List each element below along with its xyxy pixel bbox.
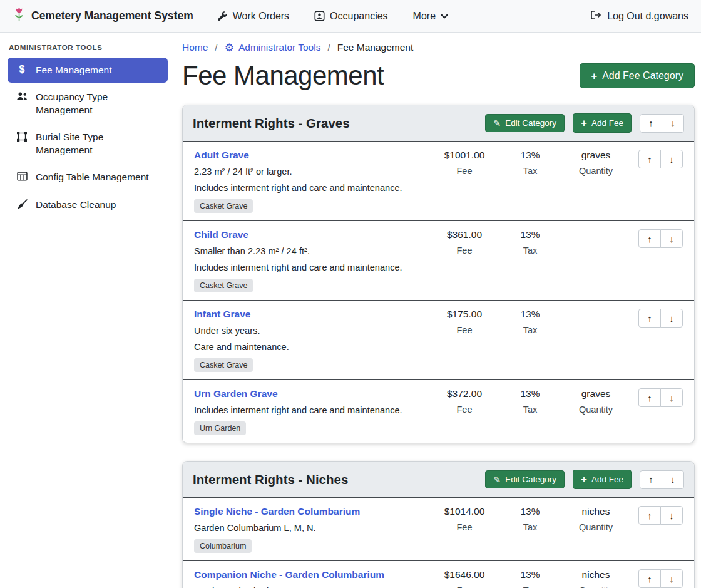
fee-tax-col: 13% Tax — [499, 309, 561, 335]
fee-quantity-label: Quantity — [561, 405, 630, 415]
fee-tax-col: 13% Tax — [499, 569, 561, 588]
edit-category-button[interactable]: ✎ Edit Category — [485, 114, 565, 132]
fee-tax-col: 13% Tax — [499, 388, 561, 415]
fee-reorder-buttons: ↑ ↓ — [638, 150, 683, 168]
logout-icon — [590, 10, 601, 23]
fee-amount: $1646.00 — [430, 569, 499, 580]
fee-reorder-buttons: ↑ ↓ — [638, 506, 683, 525]
add-fee-button[interactable]: + Add Fee — [573, 470, 632, 489]
fee-tag-badge: Urn Garden — [194, 421, 246, 435]
sidebar-item-label: Database Cleanup — [36, 199, 116, 211]
fee-tag-badge: Columbarium — [194, 539, 252, 553]
plus-icon: + — [581, 118, 587, 128]
fee-name-link[interactable]: Child Grave — [194, 229, 248, 240]
move-fee-up-button[interactable]: ↑ — [638, 150, 661, 168]
fee-quantity: niches — [561, 506, 630, 517]
breadcrumb-home-link[interactable]: Home — [182, 42, 208, 53]
move-fee-up-button[interactable]: ↑ — [638, 569, 661, 588]
broom-icon — [15, 199, 29, 210]
logout-button[interactable]: Log Out d.gowans — [590, 10, 688, 23]
page-title: Fee Management — [182, 61, 384, 91]
move-category-down-button[interactable]: ↓ — [662, 114, 684, 133]
fee-amount-col: $1001.00 Fee — [430, 150, 499, 176]
fee-tax-label: Tax — [499, 405, 561, 415]
move-category-up-button[interactable]: ↑ — [640, 470, 662, 489]
fee-details: Infant Grave Under six years. Care and m… — [194, 309, 430, 372]
fee-description: Includes interment right and care and ma… — [194, 262, 424, 272]
fee-tax: 13% — [499, 150, 561, 161]
move-fee-down-button[interactable]: ↓ — [660, 229, 683, 248]
add-fee-category-button[interactable]: + Add Fee Category — [580, 63, 695, 88]
fee-quantity-label: Quantity — [561, 522, 630, 532]
fee-quantity-col: graves Quantity — [561, 150, 630, 176]
fee-tax: 13% — [499, 309, 561, 320]
fee-amount-col: $1014.00 Fee — [430, 506, 499, 532]
plot-icon — [15, 132, 29, 142]
fee-tax-label: Tax — [499, 585, 561, 588]
sidebar-item-fee-management[interactable]: $ Fee Management — [8, 58, 168, 83]
fee-row: Urn Garden Grave Includes interment righ… — [183, 379, 694, 443]
sidebar-item-label: Occupancy Type Management — [36, 91, 160, 116]
fee-tax: 13% — [499, 229, 561, 240]
fee-details: Child Grave Smaller than 2.23 m² / 24 ft… — [194, 229, 430, 292]
nav-more[interactable]: More — [413, 11, 448, 22]
gear-icon: ⚙ — [225, 43, 234, 53]
fee-name-link[interactable]: Single Niche - Garden Columbarium — [194, 506, 360, 517]
sidebar-item-config-table-management[interactable]: Config Table Management — [8, 165, 168, 190]
move-category-down-button[interactable]: ↓ — [662, 470, 684, 489]
fee-amount-label: Fee — [430, 166, 499, 176]
move-fee-up-button[interactable]: ↑ — [638, 388, 661, 407]
chevron-down-icon — [441, 14, 448, 19]
move-fee-down-button[interactable]: ↓ — [660, 309, 683, 328]
fee-reorder-buttons: ↑ ↓ — [638, 569, 683, 588]
move-fee-down-button[interactable]: ↓ — [660, 506, 683, 525]
fee-name-link[interactable]: Urn Garden Grave — [194, 388, 278, 400]
fee-quantity: graves — [561, 150, 630, 161]
category-header: Interment Rights - Graves ✎ Edit Categor… — [183, 105, 694, 141]
fee-name-link[interactable]: Companion Niche - Garden Columbarium — [194, 569, 384, 580]
move-fee-up-button[interactable]: ↑ — [638, 229, 661, 248]
fee-amount: $175.00 — [430, 309, 499, 320]
plus-icon: + — [591, 71, 597, 81]
move-fee-down-button[interactable]: ↓ — [660, 569, 683, 588]
move-fee-up-button[interactable]: ↑ — [638, 506, 661, 525]
fee-tax-label: Tax — [499, 245, 561, 255]
nav-more-label: More — [413, 11, 436, 22]
sidebar-item-database-cleanup[interactable]: Database Cleanup — [8, 192, 168, 217]
fee-tax: 13% — [499, 506, 561, 517]
breadcrumb-separator: / — [327, 42, 330, 53]
move-fee-down-button[interactable]: ↓ — [660, 388, 683, 407]
fee-quantity-label: Quantity — [561, 166, 630, 176]
fee-amount-col: $361.00 Fee — [430, 229, 499, 255]
sidebar-item-burial-site-type-management[interactable]: Burial Site Type Management — [8, 125, 168, 163]
sidebar-item-label: Config Table Management — [36, 171, 149, 183]
page-header: Fee Management + Add Fee Category — [182, 61, 695, 91]
add-fee-button[interactable]: + Add Fee — [573, 113, 632, 133]
move-category-up-button[interactable]: ↑ — [640, 114, 662, 133]
fee-quantity-col: niches Quantity — [561, 569, 630, 588]
breadcrumb-admin-tools-link[interactable]: ⚙ Administrator Tools — [225, 42, 321, 53]
fee-tax-col: 13% Tax — [499, 506, 561, 532]
add-fee-label: Add Fee — [591, 475, 623, 484]
fee-name-link[interactable]: Adult Grave — [194, 150, 249, 161]
admin-sidebar: Administrator Tools $ Fee Management Occ… — [0, 33, 175, 232]
fee-row: Infant Grave Under six years. Care and m… — [183, 300, 694, 379]
edit-category-button[interactable]: ✎ Edit Category — [485, 470, 565, 488]
fee-amount-label: Fee — [430, 405, 499, 415]
move-fee-down-button[interactable]: ↓ — [660, 150, 683, 168]
main-content: Home / ⚙ Administrator Tools / Fee Manag… — [175, 33, 701, 588]
category-reorder-buttons: ↑ ↓ — [640, 114, 684, 133]
fee-tax-label: Tax — [499, 522, 561, 532]
fee-tag-badge: Casket Grave — [194, 199, 253, 213]
brand-link[interactable]: Cemetery Management System — [13, 7, 193, 26]
fee-tag-badge: Casket Grave — [194, 279, 253, 292]
nav-occupancies[interactable]: Occupancies — [314, 11, 388, 22]
category-title: Interment Rights - Graves — [193, 116, 477, 131]
nav-work-orders[interactable]: Work Orders — [217, 11, 289, 22]
fee-reorder-buttons: ↑ ↓ — [638, 229, 683, 248]
fee-name-link[interactable]: Infant Grave — [194, 309, 250, 320]
fee-amount-col: $1646.00 Fee — [430, 569, 499, 588]
sidebar-item-occupancy-type-management[interactable]: Occupancy Type Management — [8, 85, 168, 123]
fee-quantity-col: niches Quantity — [561, 506, 630, 532]
move-fee-up-button[interactable]: ↑ — [638, 309, 661, 328]
